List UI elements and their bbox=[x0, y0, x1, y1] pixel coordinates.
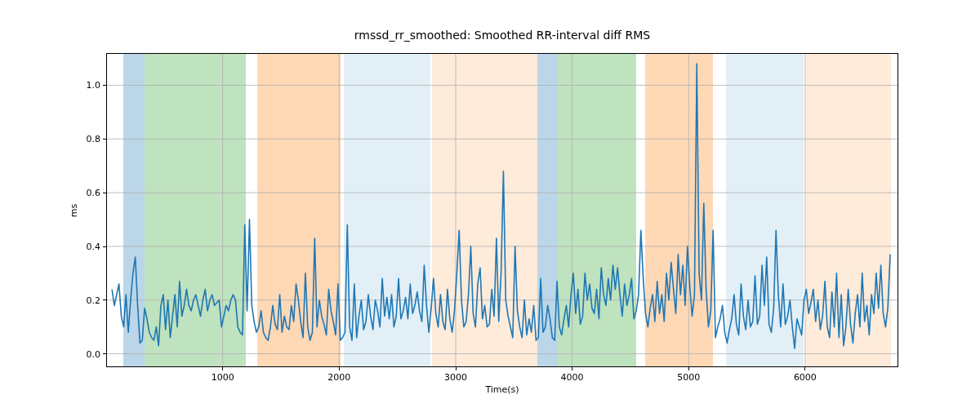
x-tick-label: 1000 bbox=[212, 367, 234, 383]
series-svg bbox=[106, 53, 898, 367]
y-tick-label: 0.4 bbox=[87, 241, 107, 251]
y-tick-label: 0.0 bbox=[87, 348, 107, 359]
line-series bbox=[112, 64, 890, 348]
x-tick-label: 4000 bbox=[561, 367, 584, 383]
y-tick-label: 1.0 bbox=[87, 80, 107, 91]
axes-area: rmssd_rr_smoothed: Smoothed RR-interval … bbox=[106, 53, 898, 367]
y-axis-label: ms bbox=[69, 203, 79, 216]
y-tick-label: 0.6 bbox=[87, 188, 107, 198]
figure: rmssd_rr_smoothed: Smoothed RR-interval … bbox=[0, 0, 980, 408]
chart-title: rmssd_rr_smoothed: Smoothed RR-interval … bbox=[106, 29, 898, 42]
x-tick-label: 3000 bbox=[444, 367, 467, 383]
y-tick-label: 0.2 bbox=[87, 295, 107, 305]
x-tick-label: 6000 bbox=[794, 367, 817, 383]
x-tick-label: 5000 bbox=[677, 367, 700, 383]
y-tick-label: 0.8 bbox=[87, 134, 107, 144]
x-tick-label: 2000 bbox=[327, 367, 350, 383]
x-axis-label: Time(s) bbox=[106, 384, 898, 395]
